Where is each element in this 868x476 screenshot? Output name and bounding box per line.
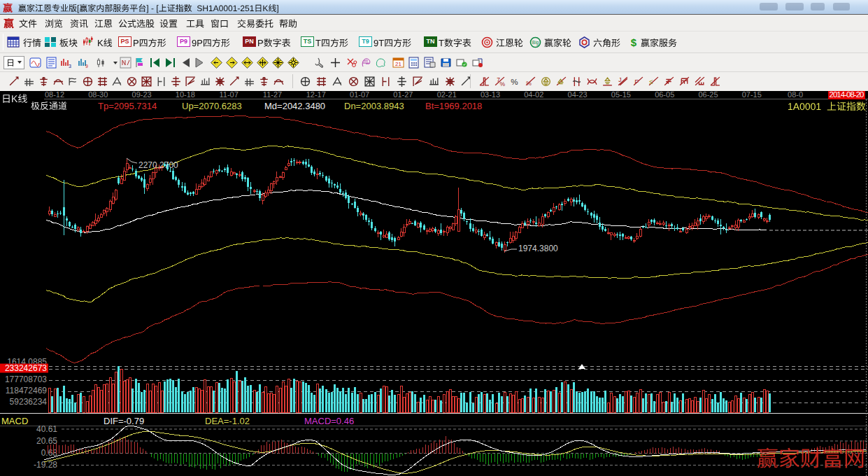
- svg-text:05-15: 05-15: [611, 91, 631, 99]
- svg-text:11-27: 11-27: [263, 91, 282, 99]
- svg-text:Tp=2095.7314: Tp=2095.7314: [98, 101, 157, 111]
- svg-text:DEA=-1.02: DEA=-1.02: [205, 416, 250, 426]
- svg-text:118472469: 118472469: [6, 386, 48, 396]
- svg-text:20.65: 20.65: [36, 436, 57, 446]
- svg-text:03-13: 03-13: [481, 91, 500, 99]
- svg-text:01-07: 01-07: [350, 91, 369, 99]
- svg-text:1974.3800: 1974.3800: [518, 244, 558, 253]
- svg-text:10-18: 10-18: [176, 91, 195, 99]
- svg-text:08-12: 08-12: [45, 91, 64, 99]
- svg-text:Dn=2003.8943: Dn=2003.8943: [344, 101, 404, 111]
- svg-text:Up=2070.6283: Up=2070.6283: [182, 101, 242, 111]
- svg-text:2014-08-20: 2014-08-20: [830, 91, 865, 99]
- svg-text:MACD: MACD: [1, 416, 28, 426]
- svg-text:DIF=-0.79: DIF=-0.79: [104, 416, 144, 426]
- svg-text:2270.2700: 2270.2700: [138, 160, 178, 170]
- svg-text:MACD=0.46: MACD=0.46: [304, 416, 354, 426]
- svg-text:02-21: 02-21: [437, 91, 457, 99]
- svg-text:09-23: 09-23: [132, 91, 152, 99]
- svg-text:04-02: 04-02: [524, 91, 543, 99]
- svg-text:08-30: 08-30: [88, 91, 108, 99]
- svg-text:01-27: 01-27: [393, 91, 413, 99]
- svg-text:59236234: 59236234: [10, 397, 48, 407]
- svg-text:177708703: 177708703: [5, 374, 47, 384]
- svg-text:07-15: 07-15: [742, 91, 762, 99]
- svg-text:08-0: 08-0: [788, 91, 803, 99]
- svg-text:Md=2042.3480: Md=2042.3480: [264, 101, 325, 111]
- svg-text:06-05: 06-05: [655, 91, 674, 99]
- svg-text:06-25: 06-25: [698, 91, 718, 99]
- svg-text:04-23: 04-23: [568, 91, 588, 99]
- svg-text:12-17: 12-17: [306, 91, 326, 99]
- svg-text:40.61: 40.61: [36, 424, 57, 434]
- svg-text:Bt=1969.2018: Bt=1969.2018: [425, 101, 482, 111]
- svg-text:11-07: 11-07: [220, 91, 239, 99]
- svg-text:233242673: 233242673: [5, 363, 47, 373]
